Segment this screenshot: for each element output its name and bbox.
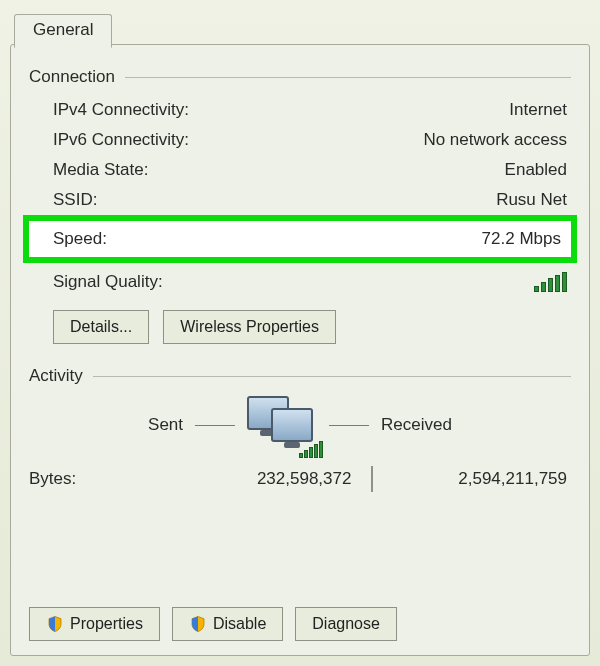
disable-button-label: Disable bbox=[213, 615, 266, 633]
bytes-label: Bytes: bbox=[29, 469, 178, 489]
tab-general[interactable]: General bbox=[14, 14, 112, 48]
ipv4-label: IPv4 Connectivity: bbox=[53, 100, 189, 120]
ssid-row: SSID: Rusu Net bbox=[29, 185, 571, 215]
disable-button[interactable]: Disable bbox=[172, 607, 283, 641]
signal-bars-icon bbox=[299, 441, 323, 458]
signal-bars-icon bbox=[534, 272, 567, 292]
signal-quality-value bbox=[534, 272, 567, 297]
tab-strip: General bbox=[10, 8, 590, 44]
ipv4-row: IPv4 Connectivity: Internet bbox=[29, 95, 571, 125]
divider bbox=[93, 376, 571, 377]
media-state-value: Enabled bbox=[505, 160, 567, 180]
wireless-properties-button-label: Wireless Properties bbox=[180, 318, 319, 336]
network-status-dialog: General Connection IPv4 Connectivity: In… bbox=[0, 0, 600, 666]
tab-general-label: General bbox=[33, 20, 93, 39]
ipv4-value: Internet bbox=[509, 100, 567, 120]
bottom-button-row: Properties Disable Diagnose bbox=[29, 607, 397, 641]
details-button-label: Details... bbox=[70, 318, 132, 336]
connection-button-row: Details... Wireless Properties bbox=[29, 302, 571, 348]
received-label: Received bbox=[381, 415, 452, 435]
connection-title: Connection bbox=[29, 67, 115, 87]
activity-title: Activity bbox=[29, 366, 83, 386]
diagnose-button-label: Diagnose bbox=[312, 615, 380, 633]
speed-row-highlight: Speed: 72.2 Mbps bbox=[29, 221, 571, 257]
ssid-label: SSID: bbox=[53, 190, 97, 210]
media-state-row: Media State: Enabled bbox=[29, 155, 571, 185]
media-state-label: Media State: bbox=[53, 160, 148, 180]
signal-quality-label: Signal Quality: bbox=[53, 272, 163, 297]
connection-group-header: Connection bbox=[29, 67, 571, 87]
divider bbox=[195, 425, 235, 426]
bytes-received-value: 2,594,211,759 bbox=[373, 469, 567, 489]
properties-button[interactable]: Properties bbox=[29, 607, 160, 641]
signal-quality-row: Signal Quality: bbox=[29, 267, 571, 302]
speed-value: 72.2 Mbps bbox=[482, 229, 561, 249]
shield-icon bbox=[46, 615, 64, 633]
network-monitors-icon bbox=[247, 396, 317, 454]
details-button[interactable]: Details... bbox=[53, 310, 149, 344]
wireless-properties-button[interactable]: Wireless Properties bbox=[163, 310, 336, 344]
activity-group-header: Activity bbox=[29, 366, 571, 386]
shield-icon bbox=[189, 615, 207, 633]
diagnose-button[interactable]: Diagnose bbox=[295, 607, 397, 641]
ipv6-label: IPv6 Connectivity: bbox=[53, 130, 189, 150]
speed-label: Speed: bbox=[53, 229, 107, 249]
bytes-row: Bytes: 232,598,372 2,594,211,759 bbox=[29, 460, 571, 498]
bytes-sent-value: 232,598,372 bbox=[178, 469, 372, 489]
properties-button-label: Properties bbox=[70, 615, 143, 633]
ipv6-row: IPv6 Connectivity: No network access bbox=[29, 125, 571, 155]
ssid-value: Rusu Net bbox=[496, 190, 567, 210]
activity-graphic: Sent Received bbox=[29, 396, 571, 454]
divider bbox=[125, 77, 571, 78]
divider bbox=[329, 425, 369, 426]
sent-label: Sent bbox=[148, 415, 183, 435]
ipv6-value: No network access bbox=[423, 130, 567, 150]
general-panel: Connection IPv4 Connectivity: Internet I… bbox=[10, 44, 590, 656]
